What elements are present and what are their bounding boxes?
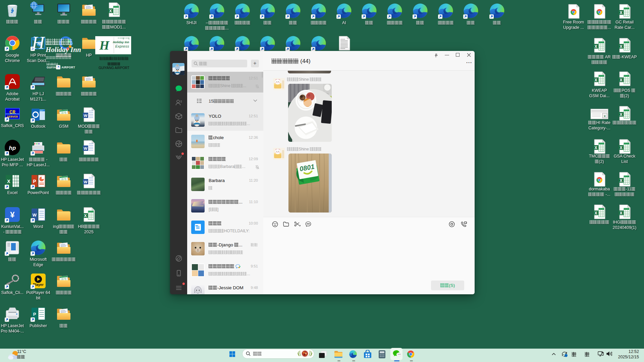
svg-text:P: P (33, 179, 36, 184)
svg-text:W: W (33, 213, 37, 218)
svg-text:P: P (33, 312, 36, 317)
svg-text:X: X (7, 179, 10, 184)
svg-text:x: x (604, 114, 605, 118)
svg-text:CR: CR (9, 110, 15, 115)
svg-text:¥: ¥ (10, 210, 15, 219)
svg-text:hp: hp (9, 145, 16, 151)
